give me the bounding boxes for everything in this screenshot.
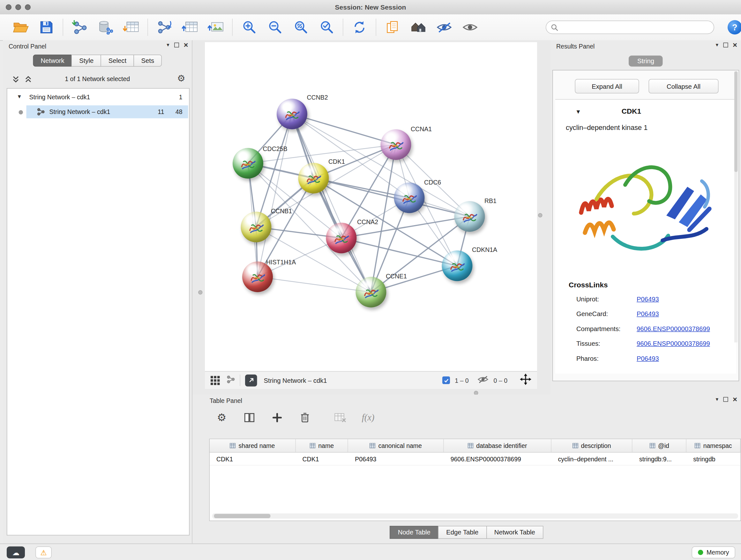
column-header-description[interactable]: description (551, 439, 633, 452)
show-all-button[interactable] (457, 17, 483, 38)
zoom-in-button[interactable] (236, 17, 262, 38)
hidden-eye-slash-icon[interactable] (477, 375, 489, 386)
search-input[interactable] (561, 23, 709, 32)
export-image-icon (208, 20, 224, 35)
open-session-button[interactable] (8, 17, 33, 38)
table-settings-gear-icon[interactable]: ⚙ (214, 411, 229, 425)
column-type-icon (695, 443, 700, 449)
selected-checkbox-icon[interactable] (442, 376, 450, 384)
panel-float-icon[interactable] (723, 43, 728, 47)
help-button[interactable]: ? (728, 20, 741, 35)
scrollbar-thumb[interactable] (214, 514, 271, 518)
table-horizontal-scrollbar[interactable] (212, 513, 738, 519)
warnings-button[interactable]: ⚠ (36, 547, 52, 559)
panel-menu-icon[interactable]: ▾ (166, 42, 169, 48)
network-row[interactable]: String Network – cdk1 11 48 (7, 105, 189, 118)
pan-crosshair-icon[interactable] (520, 374, 531, 387)
crosslink-label: GeneCard: (576, 310, 608, 318)
table-row[interactable]: CDK1CDK1P064939606.ENSP00000378699cyclin… (210, 453, 741, 466)
expand-all-button[interactable]: Expand All (575, 79, 639, 94)
tab-network[interactable]: Network (33, 55, 72, 67)
network-node-ccna2[interactable] (326, 223, 357, 253)
network-edge[interactable] (258, 277, 371, 292)
column-header-namespac[interactable]: namespac (686, 439, 740, 452)
import-network-from-file-button[interactable] (67, 17, 92, 38)
panel-close-icon[interactable]: × (733, 43, 737, 47)
network-edge[interactable] (292, 114, 396, 145)
column-header-shared-name[interactable]: shared name (210, 439, 296, 452)
column-header--id[interactable]: @id (632, 439, 686, 452)
collapse-all-button[interactable]: Collapse All (649, 79, 719, 94)
zoom-selected-button[interactable] (314, 17, 340, 38)
network-edge[interactable] (314, 178, 470, 216)
network-node-cdc6[interactable] (394, 183, 425, 213)
column-header-label: database identifier (476, 442, 527, 449)
import-network-from-database-button[interactable] (92, 17, 118, 38)
column-header-database-identifier[interactable]: database identifier (444, 439, 551, 452)
network-node-cdkn1a[interactable] (442, 251, 473, 281)
tab-edge-table[interactable]: Edge Table (438, 526, 487, 539)
show-columns-icon[interactable] (242, 411, 257, 425)
disclosure-triangle-icon[interactable]: ▼ (17, 94, 22, 99)
network-collection-row[interactable]: ▼ String Network – cdk1 1 (7, 91, 189, 104)
column-type-icon (650, 443, 655, 449)
network-edge[interactable] (341, 238, 457, 266)
network-edge[interactable] (258, 114, 292, 277)
tab-node-table[interactable]: Node Table (390, 526, 439, 539)
create-column-plus-icon[interactable] (270, 411, 284, 425)
zoom-fit-content-button[interactable] (288, 17, 314, 38)
crosslink-link[interactable]: P06493 (636, 296, 659, 303)
export-table-button[interactable] (177, 17, 203, 38)
network-options-gear-icon[interactable]: ⚙ (177, 73, 185, 84)
network-node-ccne1[interactable] (356, 277, 387, 307)
panel-float-icon[interactable] (174, 43, 179, 47)
zoom-out-button[interactable] (262, 17, 288, 38)
scrollbar-thumb[interactable] (734, 71, 738, 172)
tab-string[interactable]: String (629, 56, 663, 67)
column-header-canonical-name[interactable]: canonical name (348, 439, 444, 452)
apply-preferred-layout-button[interactable] (347, 17, 373, 38)
new-network-from-selection-button[interactable] (151, 17, 177, 38)
crosslink-link[interactable]: 9606.ENSP00000378699 (636, 340, 710, 348)
panel-menu-icon[interactable]: ▾ (716, 396, 718, 402)
vertical-splitter-handle[interactable] (198, 290, 203, 295)
panel-close-icon[interactable]: × (733, 397, 737, 401)
crosslink-link[interactable]: 9606.ENSP00000378699 (636, 325, 710, 333)
network-node-cdc25b[interactable] (232, 148, 263, 179)
tab-select[interactable]: Select (101, 55, 134, 67)
panel-float-icon[interactable] (723, 397, 728, 401)
network-node-ccnb2[interactable] (277, 99, 307, 129)
export-image-button[interactable] (203, 17, 229, 38)
open-in-new-window-icon[interactable] (245, 374, 257, 386)
network-list-toolbar: 1 of 1 Network selected ⚙ (3, 72, 192, 86)
tab-style[interactable]: Style (71, 55, 101, 67)
search-box[interactable] (546, 21, 714, 34)
network-node-ccna1[interactable] (381, 129, 411, 160)
show-graphics-details-button[interactable] (406, 17, 431, 38)
network-node-cdk1[interactable] (298, 163, 329, 193)
import-table-from-file-button[interactable] (118, 17, 144, 38)
network-canvas[interactable]: CCNB2CCNA1CDC25BCDK1CDC6RB1CCNB1CCNA2CDK… (205, 42, 537, 371)
crosslink-link[interactable]: P06493 (636, 355, 659, 362)
delete-column-trash-icon[interactable] (298, 411, 312, 425)
toolbar-separator (376, 19, 377, 36)
cloud-button[interactable]: ☁ (7, 547, 25, 559)
network-node-rb1[interactable] (455, 201, 485, 232)
network-share-icon[interactable] (226, 375, 235, 386)
panel-close-icon[interactable]: × (184, 43, 188, 47)
network-node-hist1h1a[interactable] (242, 261, 273, 292)
results-scrollbar[interactable] (734, 71, 738, 343)
tab-sets[interactable]: Sets (134, 55, 162, 67)
network-node-ccnb1[interactable] (241, 212, 272, 242)
birds-eye-grid-icon[interactable] (211, 376, 220, 385)
open-copy-button[interactable] (380, 17, 406, 38)
save-session-button[interactable] (33, 17, 59, 38)
tab-network-table[interactable]: Network Table (486, 526, 543, 539)
vertical-splitter-handle[interactable] (538, 213, 542, 218)
hide-selected-button[interactable] (431, 17, 457, 38)
network-edge[interactable] (292, 114, 371, 292)
memory-button[interactable]: Memory (692, 547, 735, 559)
column-header-name[interactable]: name (296, 439, 348, 452)
crosslink-link[interactable]: P06493 (636, 310, 659, 318)
panel-menu-icon[interactable]: ▾ (716, 42, 718, 48)
